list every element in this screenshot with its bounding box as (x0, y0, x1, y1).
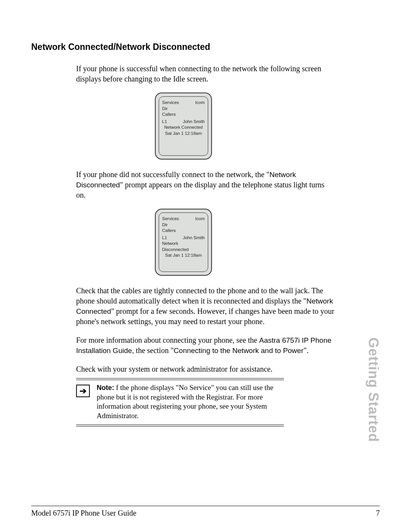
phone-display: Services Icom Dir Callers L1 John Smith … (159, 96, 208, 156)
phone-label-dir: Dir (162, 106, 205, 112)
phone-label-icom: Icom (195, 216, 205, 222)
footer: Model 6757i IP Phone User Guide 7 (31, 509, 380, 518)
text-fragment: For more information about connecting yo… (76, 336, 259, 344)
note-label: Note: (97, 384, 114, 391)
phone-label-dir: Dir (162, 222, 205, 228)
phone-status: Network Connected (162, 125, 205, 131)
note-text: Note: f the phone displays "No Service" … (97, 383, 284, 421)
text-sans-section: Connecting to the Network and to Power (174, 347, 303, 355)
text-fragment: " prompt for a few seconds. However, if … (76, 307, 335, 326)
arrow-right-icon: ➔ (76, 385, 90, 397)
content-area: Network Connected/Network Disconnected I… (31, 42, 336, 427)
text-fragment: ". (303, 346, 308, 355)
phone-label-line: L1 (162, 119, 167, 125)
text-fragment: If your phone did not successfully conne… (76, 170, 269, 179)
phone-row: Services Icom (162, 216, 205, 222)
phone-datetime: Sat Jan 1 12:18am (162, 131, 205, 137)
footer-page-number: 7 (376, 509, 380, 518)
phone-label-caller-name: John Smith (183, 235, 205, 241)
text-fragment: the section " (134, 346, 174, 355)
phone-row: L1 John Smith (162, 235, 205, 241)
paragraph-intro: If your phone is successful when connect… (31, 64, 336, 84)
footer-rule (31, 506, 380, 506)
phone-screen-connected: Services Icom Dir Callers L1 John Smith … (155, 93, 212, 160)
phone-screen-connected-wrap: Services Icom Dir Callers L1 John Smith … (31, 93, 336, 160)
phone-label-callers: Callers (162, 228, 205, 234)
phone-label-callers: Callers (162, 112, 205, 118)
note-body: f the phone displays "No Service" you ca… (97, 383, 273, 420)
paragraph-disconnected: If your phone did not successfully conne… (31, 169, 336, 200)
phone-display: Services Icom Dir Callers L1 John Smith … (159, 212, 208, 272)
phone-label-icom: Icom (195, 100, 205, 106)
paragraph-check-cables: Check that the cables are tightly connec… (31, 286, 336, 327)
text-fragment: Check that the cables are tightly connec… (76, 286, 323, 305)
phone-row: L1 John Smith (162, 119, 205, 125)
phone-label-line: L1 (162, 235, 167, 241)
footer-doc-title: Model 6757i IP Phone User Guide (31, 509, 136, 518)
page: Network Connected/Network Disconnected I… (0, 0, 411, 532)
paragraph-more-info: For more information about connecting yo… (31, 335, 336, 356)
phone-datetime: Sat Jan 1 12:18am (162, 252, 205, 259)
note-block: ➔ Note: f the phone displays "No Service… (76, 378, 284, 427)
side-tab-label: Getting Started (365, 337, 381, 442)
section-heading: Network Connected/Network Disconnected (31, 42, 336, 52)
note-inner: ➔ Note: f the phone displays "No Service… (76, 380, 284, 425)
phone-label-services: Services (162, 216, 179, 222)
phone-screen-disconnected: Services Icom Dir Callers L1 John Smith … (155, 209, 212, 276)
phone-label-services: Services (162, 100, 179, 106)
phone-status: Network Disconnected (162, 241, 205, 252)
phone-screen-disconnected-wrap: Services Icom Dir Callers L1 John Smith … (31, 209, 336, 276)
paragraph-check-admin: Check with your system or network admini… (31, 364, 336, 374)
phone-label-caller-name: John Smith (183, 119, 205, 125)
phone-row: Services Icom (162, 100, 205, 106)
